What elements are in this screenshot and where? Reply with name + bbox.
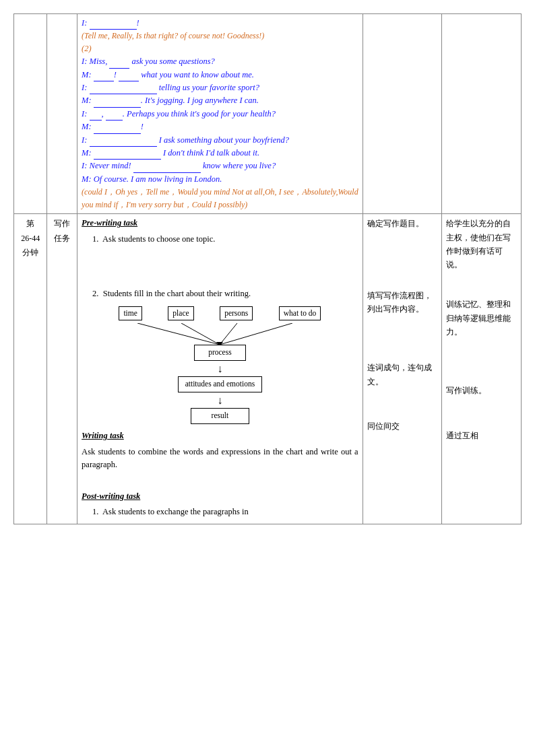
page: I: ! (Tell me, Really, Is that right? of… [0, 0, 535, 756]
task-label-2: 写作任务 [47, 214, 77, 524]
box-result: result [191, 408, 250, 424]
task-label-text: 写作任务 [51, 217, 73, 246]
blank-6 [94, 100, 141, 108]
pre-writing-title: Pre-writing task [82, 217, 358, 230]
post-writing-title: Post-writing task [82, 490, 358, 503]
post-step-1: 1. Ask students to exchange the paragrap… [92, 506, 358, 518]
blank-5 [90, 86, 157, 94]
writing-section: Pre-writing task 1. Ask students to choo… [82, 217, 358, 518]
svg-line-2 [220, 323, 237, 345]
box-place: place [168, 306, 193, 321]
flowchart-arrows-top [119, 323, 321, 345]
svg-line-1 [181, 323, 220, 345]
purpose-2-text: 确定写作题目。 填写写作流程图，列出写作内容。 连词成句，连句成文。 同位间交 [367, 217, 438, 434]
pre-step-2: 2. Students fill in the chart about thei… [92, 287, 358, 300]
blank-10 [90, 139, 157, 147]
svg-line-0 [137, 323, 220, 345]
flowchart-result-row: result [119, 408, 321, 424]
flowchart-top-row: time place persons what to do [119, 306, 321, 321]
time-label-2: 第26-44分钟 [14, 214, 47, 524]
objective-2-text: 给学生以充分的自主权，使他们在写作时做到有话可说。 训练记忆、整理和归纳等逻辑思… [446, 217, 517, 442]
flowchart: time place persons what to do [119, 306, 321, 425]
box-attitudes: attitudes and emotions [178, 376, 262, 392]
time-label-text: 第26-44分钟 [18, 217, 42, 261]
dialogue-content: I: ! (Tell me, Really, Is that right? of… [77, 14, 363, 214]
box-persons: persons [220, 306, 253, 321]
svg-line-3 [220, 323, 292, 345]
blank-8 [106, 112, 123, 121]
blank-3 [94, 73, 114, 81]
blank-4 [119, 73, 139, 81]
table-row-writing: 第26-44分钟 写作任务 Pre-writing task 1. Ask st… [14, 214, 522, 524]
main-table: I: ! (Tell me, Really, Is that right? of… [13, 13, 522, 524]
blank-11 [94, 151, 161, 160]
purpose-2: 确定写作题目。 填写写作流程图，列出写作内容。 连词成句，连句成文。 同位间交 [363, 214, 442, 524]
box-time: time [119, 306, 141, 321]
blank-2 [109, 61, 129, 69]
blank-1 [90, 22, 137, 30]
pre-step-1: 1. Ask students to choose one topic. [92, 233, 358, 246]
objective-2: 给学生以充分的自主权，使他们在写作时做到有话可说。 训练记忆、整理和归纳等逻辑思… [442, 214, 522, 524]
blank-9 [94, 126, 141, 134]
writing-task-text: Ask students to combine the words and ex… [82, 446, 358, 472]
blank-7 [90, 112, 102, 121]
arrow-down-2 [119, 394, 321, 407]
objective-1 [442, 14, 522, 214]
time-label-1 [14, 14, 47, 214]
arrows-svg [119, 323, 321, 345]
writing-content: Pre-writing task 1. Ask students to choo… [77, 214, 363, 524]
box-process: process [194, 345, 246, 361]
flowchart-attitudes-row: attitudes and emotions [119, 376, 321, 392]
purpose-1 [363, 14, 442, 214]
flowchart-process-row: process [119, 345, 321, 361]
table-row-dialogue: I: ! (Tell me, Really, Is that right? of… [14, 14, 522, 214]
writing-task-title: Writing task [82, 429, 358, 442]
dialogue-block: I: ! (Tell me, Really, Is that right? of… [82, 17, 358, 211]
arrow-down-1 [119, 362, 321, 375]
blank-12 [133, 165, 201, 173]
what-text: what [141, 70, 157, 79]
task-label-1 [47, 14, 77, 214]
box-what-to-do: what to do [279, 306, 321, 321]
